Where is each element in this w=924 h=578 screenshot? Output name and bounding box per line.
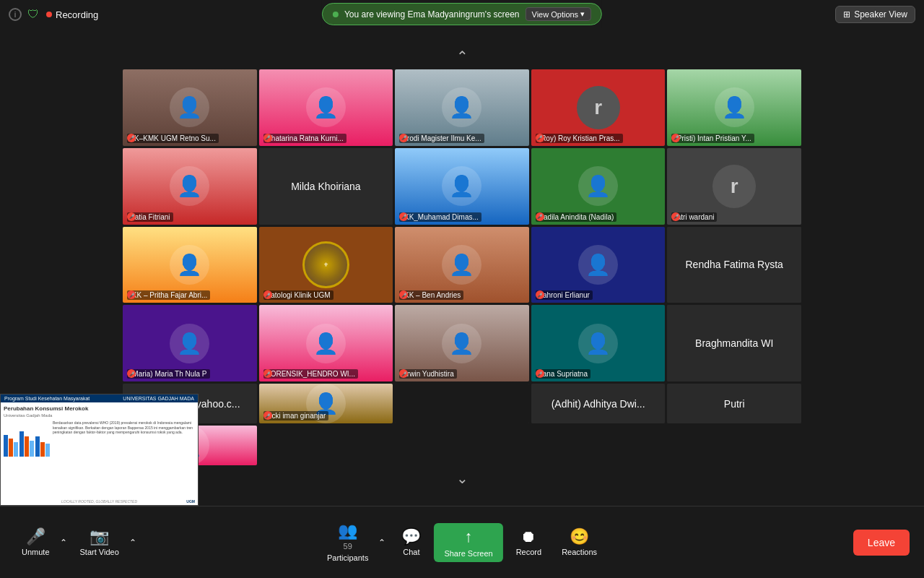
start-video-button[interactable]: 📷 Start Video bbox=[73, 525, 126, 561]
bottom-toolbar: 🎤 Unmute ⌃ 📷 Start Video ⌃ 👥 59 Particip… bbox=[0, 506, 924, 578]
participant-tile-name: FORENSIK_HENDRO WI... bbox=[263, 369, 358, 379]
participant-tile[interactable]: 👤Katia Fitriani🎤 bbox=[123, 148, 257, 225]
unmute-chevron[interactable]: ⌃ bbox=[57, 535, 70, 551]
presentation-overlay: Program Studi Kesehatan Masyarakat UNIVE… bbox=[0, 394, 199, 506]
mute-indicator: 🎤 bbox=[535, 368, 545, 379]
participant-tile-name: Prodi Magister Ilmu Ke... bbox=[399, 134, 484, 143]
mute-indicator: 🎤 bbox=[263, 290, 273, 300]
pres-content: Berdasarkan data prevalensi WHO (2019) p… bbox=[4, 420, 195, 457]
participant-tile[interactable]: 👤FORENSIK_HENDRO WI...🎤 bbox=[259, 305, 393, 381]
participant-tile-name: dicki iman ginanjar bbox=[263, 411, 329, 420]
chat-label: Chat bbox=[403, 548, 419, 556]
mute-indicator: 🎤 bbox=[398, 212, 409, 222]
record-icon: ⏺ bbox=[520, 529, 536, 545]
participant-tile[interactable]: 👤IKK – Ben Andries🎤 bbox=[395, 227, 529, 303]
participant-tile[interactable]: ⚜Patologi Klinik UGM🎤 bbox=[259, 227, 393, 303]
participant-tile-name: (Pristi) Intan Pristian Y... bbox=[671, 134, 754, 143]
notification-pill: You are viewing Ema Madyaningrum's scree… bbox=[322, 3, 602, 25]
speaker-view-label: Speaker View bbox=[854, 9, 907, 20]
participant-name-display: Rendha Fatima Rysta bbox=[679, 253, 788, 276]
pres-subtitle: Universitas Gadjah Mada bbox=[4, 413, 195, 418]
participant-name-display: (Adhit) Adhitya Dwi... bbox=[546, 392, 651, 415]
participants-button[interactable]: 👥 59 Participants bbox=[320, 519, 375, 566]
participant-grid: 👤FK–KMK UGM Retno Su...🎤👤Chatarina Ratna… bbox=[123, 69, 801, 465]
participants-count: 59 bbox=[344, 542, 352, 551]
video-chevron[interactable]: ⌃ bbox=[126, 535, 139, 551]
presentation-inner: Program Studi Kesehatan Masyarakat UNIVE… bbox=[1, 394, 198, 505]
recording-label: Recording bbox=[56, 9, 98, 20]
pres-header-right: UNIVERSITAS GADJAH MADA bbox=[123, 396, 194, 401]
participant-tile[interactable]: (Adhit) Adhitya Dwi... bbox=[531, 384, 666, 423]
participant-tile[interactable]: 👤dicki iman ginanjar🎤 bbox=[259, 384, 393, 423]
share-screen-icon: ↑ bbox=[465, 527, 473, 546]
pres-text: Berdasarkan data prevalensi WHO (2019) p… bbox=[53, 420, 195, 457]
participant-tile[interactable]: 👤IKK_Muhamad Dimas...🎤 bbox=[395, 148, 529, 225]
record-button[interactable]: ⏺ Record bbox=[509, 525, 549, 561]
participant-name-display: Braghmandita WI bbox=[689, 332, 779, 355]
mute-indicator: 🎤 bbox=[263, 133, 273, 143]
record-label: Record bbox=[516, 548, 541, 556]
toolbar-left: 🎤 Unmute ⌃ 📷 Start Video ⌃ bbox=[14, 525, 139, 561]
participant-tile[interactable]: 👤Nadila Anindita (Nadila)🎤 bbox=[531, 148, 666, 225]
participants-label: Participants bbox=[327, 553, 368, 562]
participants-icon: 👥 bbox=[338, 523, 357, 539]
participant-name-display: Milda Khoiriana bbox=[285, 175, 367, 198]
participant-tile[interactable]: 👤Chatarina Ratna Kurni...🎤 bbox=[259, 69, 393, 146]
green-dot bbox=[333, 12, 339, 17]
pres-title: Perubahan Konsumsi Merokok bbox=[4, 405, 195, 412]
participant-tile-name: IKK – Pritha Fajar Abri... bbox=[127, 290, 210, 300]
participant-tile-name: FK–KMK UGM Retno Su... bbox=[127, 134, 219, 143]
participants-chevron[interactable]: ⌃ bbox=[375, 535, 388, 551]
participant-tile[interactable]: Rendha Fatima Rysta bbox=[667, 227, 801, 303]
participant-tile[interactable]: Putri bbox=[667, 384, 801, 423]
mute-indicator: 🎤 bbox=[126, 133, 136, 143]
scroll-down-button[interactable]: ⌄ bbox=[456, 465, 468, 491]
mute-indicator: 🎤 bbox=[398, 290, 409, 300]
participant-tile[interactable] bbox=[395, 384, 529, 423]
participant-tile[interactable]: Milda Khoiriana bbox=[259, 148, 393, 225]
view-options-button[interactable]: View Options ▾ bbox=[526, 7, 592, 21]
participant-tile-name: Patologi Klinik UGM bbox=[263, 290, 334, 300]
mute-indicator: 🎤 bbox=[671, 133, 681, 143]
reactions-button[interactable]: 😊 Reactions bbox=[554, 525, 604, 561]
share-screen-button[interactable]: ↑ Share Screen bbox=[434, 523, 502, 562]
camera-slash-icon: 📷 bbox=[90, 529, 109, 545]
scroll-up-button[interactable]: ⌃ bbox=[456, 43, 468, 69]
shield-icon: 🛡 bbox=[27, 8, 40, 21]
bar-chart bbox=[4, 420, 50, 457]
participant-tile[interactable]: 👤(Maria) Maria Th Nula P🎤 bbox=[123, 305, 257, 381]
mute-indicator: 🎤 bbox=[535, 212, 545, 222]
participant-tile[interactable]: 👤Erwin Yudhistira🎤 bbox=[395, 305, 529, 381]
leave-button[interactable]: Leave bbox=[853, 530, 910, 556]
participant-tile-name: (Maria) Maria Th Nula P bbox=[127, 369, 210, 379]
notification-bar: You are viewing Ema Madyaningrum's scree… bbox=[322, 0, 602, 28]
unmute-button[interactable]: 🎤 Unmute bbox=[14, 525, 57, 561]
toolbar-right: Leave bbox=[853, 530, 910, 556]
participant-tile[interactable]: 👤Yana Supriatna🎤 bbox=[531, 305, 666, 381]
participant-tile[interactable]: 👤Fahroni Erlianur🎤 bbox=[531, 227, 666, 303]
toolbar-center: 👥 59 Participants ⌃ 💬 Chat ↑ Share Scree… bbox=[320, 519, 604, 566]
participant-tile[interactable]: 👤FK–KMK UGM Retno Su...🎤 bbox=[123, 69, 257, 146]
chat-icon: 💬 bbox=[401, 529, 421, 545]
pres-logo: UGM bbox=[186, 499, 195, 504]
participant-tile[interactable]: 👤Prodi Magister Ilmu Ke...🎤 bbox=[395, 69, 529, 146]
participant-tile[interactable]: r(Roy) Roy Kristian Pras...🎤 bbox=[531, 69, 666, 146]
speaker-view-icon: ⊞ bbox=[843, 9, 850, 20]
participants-group: 👥 59 Participants ⌃ bbox=[320, 519, 388, 566]
participant-tile-name: Nadila Anindita (Nadila) bbox=[536, 212, 617, 222]
unmute-label: Unmute bbox=[22, 548, 50, 556]
pres-header: Program Studi Kesehatan Masyarakat UNIVE… bbox=[1, 394, 198, 402]
mute-indicator: 🎤 bbox=[263, 368, 273, 379]
chat-button[interactable]: 💬 Chat bbox=[394, 525, 428, 561]
participant-tile[interactable]: 👤(Pristi) Intan Pristian Y...🎤 bbox=[667, 69, 801, 146]
mute-indicator: 🎤 bbox=[535, 133, 545, 143]
unmute-group: 🎤 Unmute ⌃ bbox=[14, 525, 70, 561]
speaker-view-button[interactable]: ⊞ Speaker View bbox=[835, 6, 915, 23]
participant-name-display: Putri bbox=[718, 392, 751, 415]
reactions-label: Reactions bbox=[562, 548, 597, 556]
participant-tile[interactable]: rratri wardani🎤 bbox=[667, 148, 801, 225]
participant-tile-name: (Roy) Roy Kristian Pras... bbox=[536, 134, 623, 143]
participant-tile[interactable]: Braghmandita WI bbox=[667, 305, 801, 381]
participant-tile[interactable]: 👤IKK – Pritha Fajar Abri...🎤 bbox=[123, 227, 257, 303]
recording-badge: Recording bbox=[46, 9, 98, 20]
